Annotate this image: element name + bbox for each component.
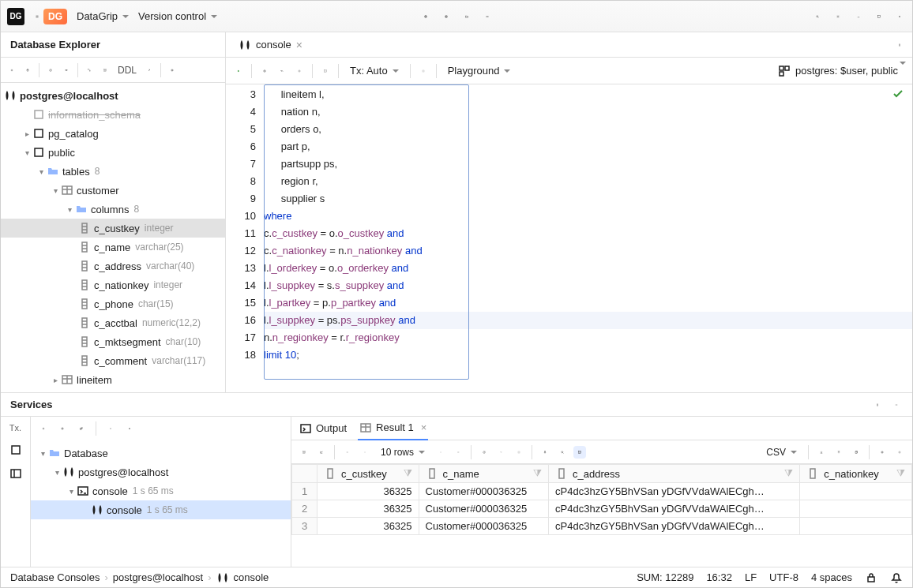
tab-console[interactable]: console × [232, 34, 309, 56]
hamburger-icon[interactable] [31, 10, 43, 23]
code-line[interactable]: supplier s [264, 190, 912, 208]
column-row[interactable]: c_nationkeyinteger [1, 275, 225, 294]
code-line[interactable]: part p, [264, 138, 912, 155]
hide-icon[interactable] [104, 422, 117, 435]
column-row[interactable]: c_custkeyinteger [1, 219, 225, 238]
tx-mode[interactable]: Tx: Auto [345, 62, 404, 80]
encoding[interactable]: UTF-8 [769, 571, 798, 583]
history-icon[interactable] [258, 65, 271, 77]
search-icon[interactable] [811, 10, 824, 23]
context-label[interactable]: postgres: $user, public [795, 65, 906, 77]
rows-count[interactable]: 10 rows [376, 444, 430, 461]
tree-item[interactable]: information_schema [1, 105, 225, 124]
code-line[interactable]: where [264, 208, 912, 225]
database-icon[interactable] [419, 10, 432, 23]
add-icon[interactable] [37, 422, 50, 435]
more-icon[interactable] [481, 10, 494, 23]
breadcrumb[interactable]: Database Consoles› postgres@localhost› c… [10, 571, 269, 584]
column-row[interactable]: c_mktsegmentchar(10) [1, 332, 225, 351]
copy-icon[interactable] [850, 446, 862, 459]
jump-icon[interactable] [143, 64, 156, 77]
first-page-icon[interactable] [341, 446, 354, 459]
explain-icon[interactable] [293, 65, 306, 77]
eye-icon[interactable] [56, 422, 69, 435]
table-row[interactable]: 236325Customer#000036325cP4dc3hzGY5BhVSa… [292, 500, 912, 518]
view-table-icon[interactable] [298, 446, 310, 459]
svc-item[interactable]: console1 s 65 ms [31, 481, 291, 500]
maximize-icon[interactable] [873, 10, 885, 23]
tree-item[interactable]: pg_catalog [1, 124, 225, 143]
code-line[interactable]: l.l_suppkey = s.s_suppkey and [264, 277, 912, 294]
prev-page-icon[interactable] [359, 446, 371, 459]
position-label[interactable]: 16:32 [706, 571, 732, 583]
run-circle-icon[interactable] [440, 10, 453, 23]
add-icon[interactable] [6, 64, 18, 77]
tree-item[interactable]: public [1, 143, 225, 162]
checkbox-icon[interactable] [9, 444, 22, 456]
minimize-panel-icon[interactable] [890, 399, 903, 411]
tree[interactable]: postgres@localhost information_schema pg… [1, 83, 225, 392]
vcs-menu[interactable]: Version control [133, 7, 222, 25]
project-menu[interactable]: DataGrip [72, 7, 133, 25]
column-row[interactable]: c_commentvarchar(117) [1, 351, 225, 370]
code-line[interactable]: c.c_custkey = o.o_custkey and [264, 225, 912, 242]
gear-icon[interactable] [832, 10, 844, 23]
refresh-icon[interactable] [44, 64, 57, 77]
upload-icon[interactable] [832, 446, 845, 459]
download-icon[interactable] [815, 446, 828, 459]
column-row[interactable]: c_phonechar(15) [1, 294, 225, 313]
svc-item[interactable]: Database [31, 444, 291, 463]
playground-mode[interactable]: Playground [443, 62, 516, 80]
code-line[interactable]: l.l_orderkey = o.o_orderkey and [264, 260, 912, 277]
eye-icon[interactable] [166, 64, 178, 77]
ddl-button[interactable]: DDL [115, 63, 140, 77]
layout-icon[interactable] [9, 467, 22, 480]
remove-icon[interactable] [123, 422, 136, 435]
lock-icon[interactable] [865, 571, 877, 584]
tab-result[interactable]: Result 1× [358, 417, 428, 440]
svc-item[interactable]: postgres@localhost [31, 463, 291, 481]
code-line[interactable]: region r, [264, 173, 912, 190]
code-line[interactable]: l.l_partkey = p.p_partkey and [264, 294, 912, 312]
tree-item[interactable]: columns8 [1, 200, 225, 219]
tx-label[interactable]: Tx. [9, 423, 21, 433]
bell-icon[interactable] [890, 571, 903, 584]
datasource-icon[interactable] [21, 64, 34, 77]
eye-icon[interactable] [876, 446, 889, 459]
commit-icon[interactable] [417, 65, 430, 77]
tree-item[interactable]: lineitem [1, 370, 225, 389]
gear-icon[interactable] [893, 446, 906, 459]
stop-icon[interactable] [60, 64, 73, 77]
close-icon[interactable] [893, 10, 906, 23]
close-tab-icon[interactable]: × [296, 39, 302, 51]
datasource-row[interactable]: postgres@localhost [1, 86, 225, 105]
export-format[interactable]: CSV [761, 444, 802, 461]
tree-item[interactable]: tables8 [1, 162, 225, 181]
editor-view-icon[interactable] [573, 446, 586, 459]
folder-icon[interactable] [460, 10, 473, 23]
svc-item[interactable]: console1 s 65 ms [31, 500, 291, 519]
stop-icon[interactable] [513, 446, 525, 459]
table-icon[interactable] [99, 64, 111, 77]
code-editor[interactable]: 3456789101112131415161718 lineitem l, na… [226, 84, 912, 392]
code-line[interactable]: l.l_suppkey = ps.ps_suppkey and [264, 312, 912, 329]
minimize-icon[interactable] [852, 10, 865, 23]
column-header[interactable]: c_nationkey⧩ [800, 465, 912, 483]
column-row[interactable]: c_addressvarchar(40) [1, 257, 225, 275]
code-line[interactable]: n.n_regionkey = r.r_regionkey [264, 329, 912, 346]
pin-icon[interactable] [539, 446, 551, 459]
column-row[interactable]: c_acctbalnumeric(12,2) [1, 313, 225, 332]
output-layout-icon[interactable] [319, 65, 332, 77]
next-page-icon[interactable] [434, 446, 447, 459]
more-icon[interactable] [871, 399, 884, 411]
chart-icon[interactable] [315, 446, 328, 459]
diagram-icon[interactable] [83, 64, 96, 77]
line-sep[interactable]: LF [745, 571, 757, 583]
code-line[interactable]: partsupp ps, [264, 155, 912, 173]
last-page-icon[interactable] [452, 446, 464, 459]
reload-icon[interactable] [478, 446, 490, 459]
column-header[interactable]: c_custkey⧩ [317, 465, 419, 483]
search-icon[interactable] [556, 446, 569, 459]
result-grid[interactable]: c_custkey⧩c_name⧩c_address⧩c_nationkey⧩1… [291, 464, 912, 567]
revert-icon[interactable] [495, 446, 508, 459]
